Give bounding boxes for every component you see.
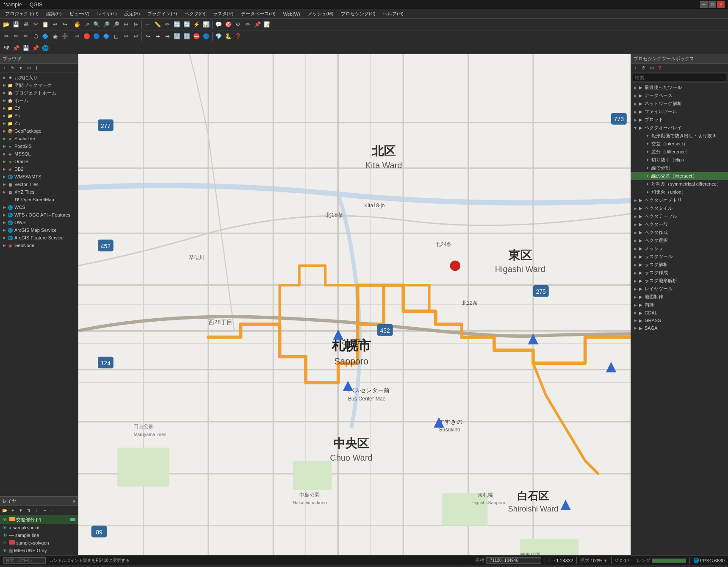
toolbar-button-3[interactable]: ⬡ xyxy=(31,32,40,41)
menu-item-e[interactable]: 編集(E) xyxy=(43,10,65,18)
browser-tree-item-3[interactable]: ▶🏠ホーム xyxy=(0,97,78,104)
proc-tree-item-5[interactable]: ▼▶ベクタオーバレイ xyxy=(631,124,728,132)
toolbar-button-10[interactable]: 🔎 xyxy=(102,20,111,29)
toolbar-button-4[interactable]: 📋 xyxy=(41,20,50,29)
proc-tree-item-15[interactable]: ▶▶ベクタタイル xyxy=(631,204,728,212)
proc-tree-item-17[interactable]: ▶▶ベクター般 xyxy=(631,220,728,228)
proc-tree-item-1[interactable]: ▶▶データベース xyxy=(631,92,728,100)
proc-tree-item-27[interactable]: ▶▶内挿 xyxy=(631,301,728,309)
menu-item-l[interactable]: レイヤ(L) xyxy=(94,10,120,18)
proc-tree-item-18[interactable]: ▶▶ベクタ作成 xyxy=(631,228,728,236)
proc-tree-item-14[interactable]: ▶▶ベクタジオメトリ xyxy=(631,196,728,204)
toolbar-button-18[interactable]: 🔄 xyxy=(182,20,191,29)
layers-remove-button[interactable]: − xyxy=(41,507,49,514)
proc-tree-item-20[interactable]: ▶▶メッシュ xyxy=(631,245,728,253)
toolbar-button-21[interactable]: 💬 xyxy=(214,20,223,29)
toolbar-button-9[interactable]: 🔍 xyxy=(92,20,101,29)
toolbar-button-6[interactable]: ↪ xyxy=(60,20,69,29)
toolbar-button-8[interactable]: 🔴 xyxy=(82,32,91,41)
proc-tree-item-12[interactable]: ✦対称差（symmetrical difference） xyxy=(631,180,728,188)
toolbar-button-14[interactable]: ↪ xyxy=(143,32,152,41)
menu-item-v[interactable]: ビュー(V) xyxy=(66,10,93,18)
browser-tree-item-15[interactable]: ▶▦XYZ Tiles xyxy=(0,188,78,196)
toolbar-button-10[interactable]: 🔷 xyxy=(102,32,111,41)
browser-tree-item-22[interactable]: ▶◉GeoNode xyxy=(0,242,78,249)
toolbar-button-4[interactable]: 🔷 xyxy=(41,32,50,41)
toolbar-button-2[interactable]: 🖶 xyxy=(21,20,30,29)
menu-item-webw[interactable]: Web(W) xyxy=(280,11,303,17)
browser-info-button[interactable]: ℹ xyxy=(33,64,41,72)
toolbar-button-5[interactable]: ↩ xyxy=(50,20,60,29)
proc-tree-item-22[interactable]: ▶▶ラスタ解析 xyxy=(631,261,728,269)
proc-tree-item-4[interactable]: ▶▶プロット xyxy=(631,116,728,124)
proc-tree-item-21[interactable]: ▶▶ラスタツール xyxy=(631,253,728,261)
browser-tree-item-0[interactable]: ▶★お気に入り xyxy=(0,74,78,81)
menu-item-j[interactable]: プロジェクト(J) xyxy=(2,10,42,18)
proc-tree-item-3[interactable]: ▶▶ファイルツール xyxy=(631,108,728,116)
close-button[interactable]: ✕ xyxy=(717,1,725,8)
toolbar-button-16[interactable]: ✏ xyxy=(163,20,172,29)
toolbar-button-16[interactable]: ➡ xyxy=(163,32,172,41)
browser-tree-item-14[interactable]: ▶▦Vector Tiles xyxy=(0,181,78,188)
proc-tree-item-9[interactable]: ✦切り抜く（clip） xyxy=(631,156,728,164)
proc-add-button[interactable]: + xyxy=(632,64,639,72)
proc-tree-item-6[interactable]: ✦矩形動画で抜き出し・切り抜き xyxy=(631,132,728,140)
toolbar-button-7[interactable]: 🖐 xyxy=(72,20,82,29)
menu-item-h[interactable]: ヘルプ(H) xyxy=(379,10,407,18)
menu-item-m[interactable]: メッシュ(M) xyxy=(304,10,337,18)
layers-sort-button[interactable]: ⇅ xyxy=(25,507,33,514)
toolbar-button-2[interactable]: 💾 xyxy=(21,44,30,53)
toolbar-button-18[interactable]: 🔢 xyxy=(182,32,191,41)
browser-tree-item-13[interactable]: ▶🌐WMS/WMTS xyxy=(0,173,78,181)
statusbar-epsg[interactable]: 🌐 EPSG:6680 xyxy=(693,558,725,563)
browser-collapse-button[interactable]: ⚙ xyxy=(25,64,33,72)
minimize-button[interactable]: ─ xyxy=(700,1,708,8)
layer-visibility-1[interactable]: 👁 xyxy=(2,525,8,531)
layers-list[interactable]: 👁交差部分 [2]👁●sample-point👁━━sample-line👁sa… xyxy=(0,515,78,555)
proc-tree-item-7[interactable]: ✦交差（intersect） xyxy=(631,140,728,148)
menu-item-s[interactable]: 設定(S) xyxy=(121,10,144,18)
proc-tree-item-30[interactable]: ▶▶SAGA xyxy=(631,324,728,332)
toolbar-button-19[interactable]: ⚡ xyxy=(192,20,201,29)
toolbar-button-23[interactable]: ❓ xyxy=(233,32,243,41)
toolbar-button-9[interactable]: 🔵 xyxy=(92,32,101,41)
browser-tree-item-18[interactable]: ▶🌐WFS / OGC API - Features xyxy=(0,211,78,219)
toolbar-button-24[interactable]: ✏ xyxy=(243,20,252,29)
browser-tree-item-19[interactable]: ▶🌐OWS xyxy=(0,219,78,226)
proc-tree-item-13[interactable]: ✦和集合（union） xyxy=(631,188,728,196)
browser-tree-item-6[interactable]: ▶📁Z:\ xyxy=(0,120,78,127)
browser-tree-item-8[interactable]: ▶●SpatiaLite xyxy=(0,135,78,142)
toolbar-button-0[interactable]: 📂 xyxy=(2,20,11,29)
toolbar-button-17[interactable]: 🔢 xyxy=(172,32,182,41)
toolbar-button-1[interactable]: 📌 xyxy=(11,44,21,53)
menu-item-d[interactable]: データベース(D) xyxy=(238,10,279,18)
browser-tree-item-7[interactable]: ▶📦GeoPackage xyxy=(0,127,78,135)
toolbar-button-8[interactable]: ↗ xyxy=(82,20,91,29)
toolbar-button-15[interactable]: ➡ xyxy=(153,32,162,41)
proc-tree-item-11[interactable]: ✦線の交差（intersect） xyxy=(631,172,728,180)
toolbar-button-1[interactable]: 💾 xyxy=(11,20,21,29)
toolbar-button-4[interactable]: 🌐 xyxy=(41,44,50,53)
toolbar-button-19[interactable]: ⛔ xyxy=(192,32,201,41)
toolbar-button-12[interactable]: ⊕ xyxy=(121,20,130,29)
menu-item-r[interactable]: ラスタ(R) xyxy=(210,10,237,18)
maximize-button[interactable]: □ xyxy=(709,1,716,8)
proc-tree-item-19[interactable]: ▶▶ベクタ選択 xyxy=(631,236,728,245)
proc-tree-item-28[interactable]: ▶▶GDAL xyxy=(631,309,728,317)
layer-visibility-0[interactable]: 👁 xyxy=(2,517,8,523)
browser-tree-item-20[interactable]: ▶🌐ArcGIS Map Service xyxy=(0,226,78,234)
toolbar-button-17[interactable]: 🔄 xyxy=(172,20,182,29)
toolbar-button-11[interactable]: ◻ xyxy=(111,32,121,41)
menu-item-o[interactable]: ベクタ(O) xyxy=(181,10,209,18)
toolbar-button-13[interactable]: ⊖ xyxy=(131,20,140,29)
layer-visibility-4[interactable]: 👁 xyxy=(2,548,8,553)
layer-item-4[interactable]: 👁▦MIERUNE Gray xyxy=(0,547,78,554)
browser-tree-item-12[interactable]: ▶◈DB2 xyxy=(0,165,78,173)
statusbar-search-input[interactable] xyxy=(3,557,46,564)
proc-tree-item-26[interactable]: ▶▶地図制作 xyxy=(631,293,728,301)
proc-tree-item-10[interactable]: ✦線で分割 xyxy=(631,164,728,172)
toolbar-button-20[interactable]: 🔵 xyxy=(202,32,211,41)
toolbar-button-0[interactable]: ✏ xyxy=(2,32,11,41)
layer-item-1[interactable]: 👁●sample-point xyxy=(0,524,78,531)
toolbar-button-15[interactable]: 📏 xyxy=(153,20,162,29)
